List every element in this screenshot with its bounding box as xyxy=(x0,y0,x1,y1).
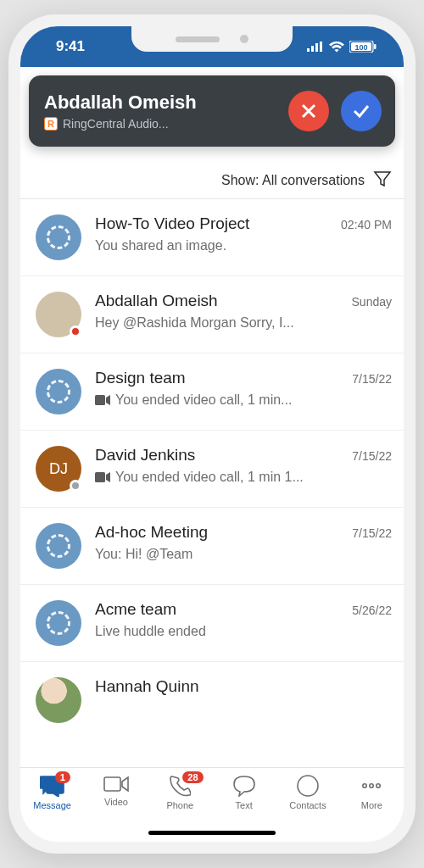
status-bar: 9:41 100 xyxy=(20,26,404,67)
bottom-nav: 1 Message Video 28 Phone Text Contacts xyxy=(20,767,404,842)
svg-rect-3 xyxy=(320,42,322,52)
svg-point-15 xyxy=(377,784,380,787)
status-time: 9:41 xyxy=(56,38,85,55)
cellular-icon xyxy=(307,42,324,52)
call-subtitle-row: R RingCentral Audio... xyxy=(44,117,197,131)
svg-rect-2 xyxy=(315,43,318,52)
notch xyxy=(131,26,293,52)
group-avatar xyxy=(36,214,81,260)
conversation-preview: Live huddle ended xyxy=(95,624,392,639)
nav-label: More xyxy=(361,800,382,810)
svg-rect-6 xyxy=(374,44,377,49)
badge: 1 xyxy=(55,771,70,783)
conversation-title: Design team xyxy=(95,369,186,387)
nav-contacts[interactable]: Contacts xyxy=(278,775,338,810)
incoming-call-banner: Abdallah Omeish R RingCentral Audio... xyxy=(29,75,395,147)
accept-call-button[interactable] xyxy=(341,91,382,131)
nav-phone[interactable]: 28 Phone xyxy=(150,775,209,810)
call-info: Abdallah Omeish R RingCentral Audio... xyxy=(44,92,197,131)
conversation-time: 02:40 PM xyxy=(341,218,392,231)
video-icon xyxy=(103,775,129,793)
filter-icon[interactable] xyxy=(373,170,392,192)
presence-indicator xyxy=(70,326,81,337)
conversation-preview: You: Hi! @Team xyxy=(95,547,392,562)
svg-point-12 xyxy=(304,780,311,787)
svg-rect-1 xyxy=(311,46,314,52)
group-avatar xyxy=(36,369,81,415)
svg-rect-0 xyxy=(307,48,310,52)
content-area: Show: All conversations How-To Video Pro… xyxy=(20,162,404,767)
conversation-preview: You ended video call, 1 min... xyxy=(95,392,392,408)
conversation-list[interactable]: How-To Video Project 02:40 PM You shared… xyxy=(20,199,404,728)
conversation-item[interactable]: Acme team 5/26/22 Live huddle ended xyxy=(20,585,404,662)
nav-more[interactable]: More xyxy=(342,775,401,810)
front-camera xyxy=(240,35,248,43)
conversation-title: Acme team xyxy=(95,600,176,619)
conversation-preview: You shared an image. xyxy=(95,238,392,253)
status-icons: 100 xyxy=(307,41,377,53)
ringcentral-icon: R xyxy=(44,117,58,131)
phone-screen: 9:41 100 Abdallah Omeish R RingCentral A… xyxy=(20,26,404,842)
wifi-icon xyxy=(329,42,344,53)
conversation-preview: Hey @Rashida Morgan Sorry, I... xyxy=(95,315,392,331)
speaker-grille xyxy=(176,36,220,42)
nav-video[interactable]: Video xyxy=(86,775,146,807)
conversation-item[interactable]: Hannah Quinn xyxy=(20,662,404,728)
presence-indicator xyxy=(70,480,81,492)
nav-label: Message xyxy=(33,800,71,810)
filter-row: Show: All conversations xyxy=(20,162,404,199)
initials-avatar: DJ xyxy=(36,446,81,492)
svg-rect-9 xyxy=(95,472,105,482)
conversation-time: 7/15/22 xyxy=(352,372,392,386)
user-avatar xyxy=(36,292,81,337)
conversation-title: Hannah Quinn xyxy=(95,677,199,696)
more-icon xyxy=(360,775,383,797)
conversation-title: David Jenkins xyxy=(95,446,195,465)
video-icon xyxy=(95,472,110,482)
phone-frame: 9:41 100 Abdallah Omeish R RingCentral A… xyxy=(8,14,416,854)
conversation-preview: You ended video call, 1 min 1... xyxy=(95,470,392,485)
call-subtitle: RingCentral Audio... xyxy=(63,117,169,131)
contacts-icon xyxy=(297,775,319,797)
group-avatar xyxy=(36,600,81,646)
conversation-item[interactable]: Abdallah Omeish Sunday Hey @Rashida Morg… xyxy=(20,276,404,353)
conversation-item[interactable]: Ad-hoc Meeting 7/15/22 You: Hi! @Team xyxy=(20,508,404,585)
call-actions xyxy=(288,91,382,131)
conversation-title: How-To Video Project xyxy=(95,214,249,233)
nav-message[interactable]: 1 Message xyxy=(23,775,82,810)
conversation-time: 5/26/22 xyxy=(352,604,392,617)
svg-point-14 xyxy=(370,784,373,787)
user-avatar xyxy=(36,677,81,723)
svg-rect-10 xyxy=(104,777,120,791)
conversation-time: 7/15/22 xyxy=(352,526,392,540)
nav-label: Text xyxy=(236,800,253,810)
battery-icon: 100 xyxy=(349,41,377,53)
filter-label[interactable]: Show: All conversations xyxy=(221,173,365,188)
conversation-title: Ad-hoc Meeting xyxy=(95,523,208,542)
text-icon xyxy=(232,775,256,797)
svg-rect-8 xyxy=(95,395,105,405)
svg-point-13 xyxy=(363,784,366,787)
nav-label: Video xyxy=(104,797,128,807)
decline-call-button[interactable] xyxy=(288,91,329,131)
conversation-time: Sunday xyxy=(352,295,392,309)
check-icon xyxy=(351,101,371,121)
conversation-time: 7/15/22 xyxy=(352,449,392,463)
conversation-title: Abdallah Omeish xyxy=(95,292,218,310)
video-icon xyxy=(95,395,110,405)
x-icon xyxy=(299,102,318,120)
nav-text[interactable]: Text xyxy=(215,775,274,810)
conversation-item[interactable]: Design team 7/15/22 You ended video call… xyxy=(20,353,404,431)
conversation-item[interactable]: How-To Video Project 02:40 PM You shared… xyxy=(20,199,404,276)
caller-name: Abdallah Omeish xyxy=(44,92,197,114)
conversation-item[interactable]: DJ David Jenkins 7/15/22 You ended video… xyxy=(20,431,404,508)
home-indicator[interactable] xyxy=(148,831,276,835)
svg-text:100: 100 xyxy=(354,43,367,52)
nav-label: Contacts xyxy=(289,800,326,810)
nav-label: Phone xyxy=(166,800,193,810)
badge: 28 xyxy=(182,771,203,783)
group-avatar xyxy=(36,523,81,569)
